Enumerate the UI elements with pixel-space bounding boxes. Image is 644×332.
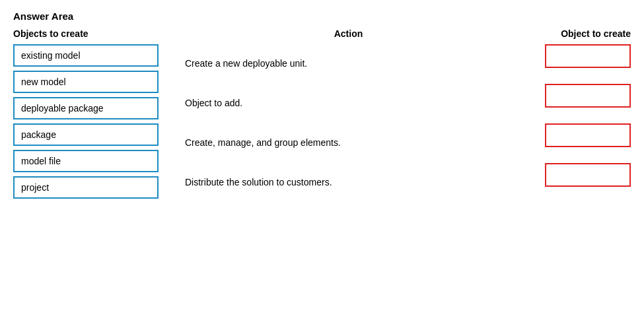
object-item[interactable]: existing model [13,44,159,67]
columns-wrapper: Objects to create existing model new mod… [13,28,631,203]
action-row-4: Distribute the solution to customers. [185,163,512,203]
answer-box-1[interactable] [545,44,631,68]
action-text-4: Distribute the solution to customers. [185,176,512,189]
action-text-2: Object to add. [185,97,512,110]
answer-box-2[interactable] [545,84,631,108]
object-to-create-header: Object to create [525,28,631,39]
object-item[interactable]: package [13,123,159,146]
action-row-1: Create a new deployable unit. [185,44,512,84]
action-header: Action [185,28,512,39]
answer-area-title: Answer Area [13,11,631,22]
objects-header: Objects to create [13,28,159,39]
action-row-2: Object to add. [185,84,512,123]
answer-box-3[interactable] [545,123,631,147]
action-text-3: Create, manage, and group elements. [185,137,512,150]
col-object-to-create: Object to create [525,28,631,203]
action-text-1: Create a new deployable unit. [185,57,512,71]
object-item[interactable]: deployable package [13,97,159,119]
object-item[interactable]: project [13,176,159,199]
answer-box-4[interactable] [545,163,631,187]
col-objects: Objects to create existing model new mod… [13,28,159,203]
answer-area: Answer Area Objects to create existing m… [13,11,631,203]
action-row-3: Create, manage, and group elements. [185,123,512,163]
col-action: Action Create a new deployable unit. Obj… [159,28,525,203]
action-rows: Create a new deployable unit. Object to … [185,44,512,203]
object-item[interactable]: new model [13,71,159,93]
object-item[interactable]: model file [13,150,159,172]
